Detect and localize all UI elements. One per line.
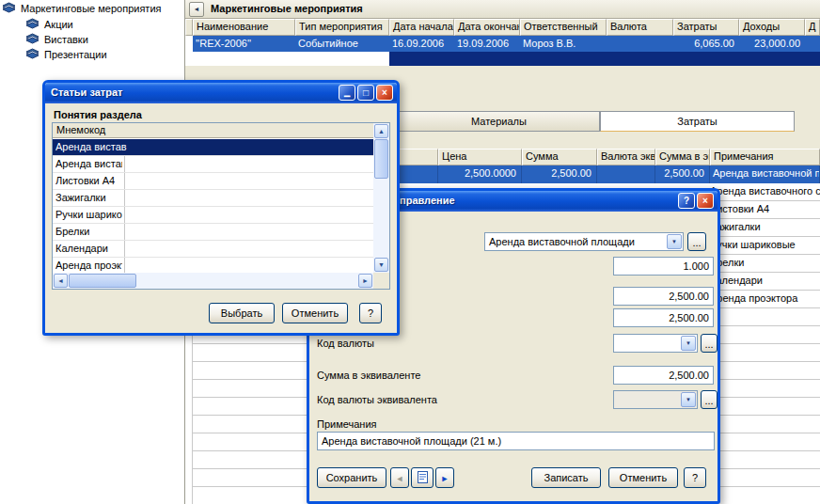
list-column-header[interactable]: Мнемокод [53, 123, 389, 138]
chevron-down-icon[interactable]: ▼ [667, 234, 682, 249]
tab-materials[interactable]: Материалы [398, 111, 600, 132]
back-button[interactable]: ◄ [189, 2, 204, 17]
books-icon [25, 48, 39, 60]
scroll-left-icon[interactable]: ◄ [54, 274, 68, 288]
column-header[interactable]: Наименование [193, 19, 295, 36]
cell-note: Аренда виставочного стенда [710, 185, 820, 197]
close-icon: × [382, 87, 387, 98]
column-header[interactable]: Тип мероприятия [295, 19, 389, 36]
cell-currency-eq [597, 165, 655, 183]
currency-label: Код валюты [317, 338, 374, 349]
notes-field[interactable]: Аренда виставочной площади (21 м.) [317, 432, 715, 450]
column-header[interactable]: Примечания [710, 149, 820, 165]
scrollbar-corner [373, 273, 389, 289]
tree-item-label: Акции [44, 19, 73, 30]
cell-price: 2,500.0000 [438, 165, 522, 183]
back-icon: ◄ [194, 6, 200, 12]
browse-button[interactable]: ... [701, 334, 718, 353]
prev-icon: ◄ [396, 474, 404, 483]
next-record-button[interactable]: ► [435, 467, 454, 488]
events-grid-row[interactable]: ''REX-2006'' Событийное 16.09.2006 19.09… [193, 36, 820, 52]
column-header[interactable]: Цена [438, 149, 522, 165]
list-item[interactable]: Аренда проэкт [53, 258, 373, 273]
scroll-down-icon[interactable]: ▼ [374, 258, 388, 272]
column-header[interactable]: Валюта эквивалента [597, 149, 655, 165]
items-dialog-titlebar[interactable]: Статьи затрат ▁ □ × [45, 83, 397, 103]
column-header[interactable]: Сумма [522, 149, 597, 165]
chevron-down-icon[interactable]: ▼ [681, 392, 696, 407]
column-header[interactable]: Валюта [607, 19, 673, 36]
column-header[interactable]: Доходы [739, 19, 805, 36]
scroll-right-icon[interactable]: ► [358, 274, 372, 288]
books-icon [2, 2, 16, 14]
help-button[interactable]: ? [678, 193, 695, 209]
list-item[interactable]: Аренда вистав [53, 156, 373, 173]
cell-date-start: 16.09.2006 [389, 36, 454, 52]
chevron-down-icon[interactable]: ▼ [681, 336, 696, 351]
list-item[interactable]: Ручки шариков [53, 207, 373, 224]
post-button[interactable]: Записать [531, 467, 601, 488]
vertical-scrollbar[interactable]: ▲ ▼ [373, 123, 389, 273]
maximize-button[interactable]: □ [357, 85, 374, 101]
dialog-help-button[interactable]: ? [359, 303, 382, 323]
column-header[interactable]: Дата начала [389, 19, 454, 36]
tab-costs[interactable]: Затраты [600, 111, 795, 132]
tree-item-actions[interactable]: Акции [25, 18, 73, 30]
list-item[interactable]: Зажигалки [53, 190, 373, 207]
new-record-button[interactable] [411, 467, 434, 488]
sum-eq-field[interactable]: 2,500.00 [613, 366, 714, 385]
browse-button[interactable]: ... [701, 390, 718, 409]
currency-eq-combobox[interactable]: ▼ [613, 390, 698, 409]
panel-title: Маркетинговые мероприятия [211, 0, 363, 18]
dialog-title: Статьи затрат [51, 83, 122, 102]
save-button[interactable]: Сохранить [317, 467, 386, 488]
cancel-button[interactable]: Отменить [608, 467, 678, 488]
dialog-help-button[interactable]: ? [684, 467, 706, 488]
list-item[interactable]: Брелки [53, 224, 373, 241]
cell-costs: 6,065.00 [673, 36, 739, 52]
help-icon: ? [684, 196, 689, 206]
cell-name: ''REX-2006'' [193, 36, 295, 52]
combobox-value: Аренда виставочной площади [489, 236, 635, 247]
scrollbar-thumb[interactable] [374, 139, 388, 179]
tree-item-label: Виставки [44, 34, 88, 45]
column-header[interactable]: Сумма в эквиваленте [655, 149, 710, 165]
prev-record-button[interactable]: ◄ [390, 467, 409, 488]
cell-currency [607, 36, 673, 52]
grid-selection-strip [389, 52, 820, 66]
column-header[interactable]: Дата окончания [454, 19, 520, 36]
currency-combobox[interactable]: ▼ [613, 334, 698, 353]
horizontal-scrollbar[interactable]: ◄ ► [53, 273, 373, 289]
quantity-field[interactable]: 1.000 [613, 257, 714, 276]
list-item[interactable]: Листовки А4 [53, 173, 373, 190]
browse-button[interactable]: ... [687, 232, 706, 251]
column-header[interactable]: Ответственный [520, 19, 607, 36]
scrollbar-thumb[interactable] [69, 274, 136, 288]
next-icon: ► [441, 474, 449, 483]
list-item[interactable]: Календари [53, 241, 373, 258]
select-button[interactable]: Выбрать [209, 303, 275, 323]
section-label: Понятия раздела [54, 109, 142, 120]
column-header[interactable]: Затраты [673, 19, 739, 36]
close-button[interactable]: × [376, 85, 393, 101]
column-header[interactable]: Д [805, 19, 820, 36]
tree-item-exhibitions[interactable]: Виставки [25, 33, 88, 45]
minimize-icon: ▁ [344, 88, 350, 97]
tree-item-root[interactable]: Маркетинговые мероприятия [2, 2, 162, 14]
cancel-button[interactable]: Отменить [282, 303, 348, 323]
events-grid-header: Наименование Тип мероприятия Дата начала… [185, 19, 820, 36]
close-button[interactable]: × [697, 193, 714, 209]
cost-items-listbox: Мнемокод Аренда вистав Аренда вистав Лис… [52, 122, 390, 290]
cost-item-combobox[interactable]: Аренда виставочной площади ▼ [484, 232, 684, 251]
list-item-selected[interactable]: Аренда вистав [53, 139, 373, 156]
scroll-up-icon[interactable]: ▲ [374, 124, 388, 138]
price-field[interactable]: 2,500.00 [613, 287, 714, 306]
sum-field[interactable]: 2,500.00 [613, 308, 714, 327]
tree-item-presentations[interactable]: Презентации [25, 48, 107, 60]
document-icon [418, 472, 428, 483]
events-panel-header: ◄ Маркетинговые мероприятия [185, 0, 820, 19]
minimize-button[interactable]: ▁ [339, 85, 355, 101]
cell-date-end: 19.09.2006 [454, 36, 520, 52]
row-marker-header [185, 19, 193, 36]
currency-eq-label: Код валюты эквивалента [317, 394, 437, 405]
